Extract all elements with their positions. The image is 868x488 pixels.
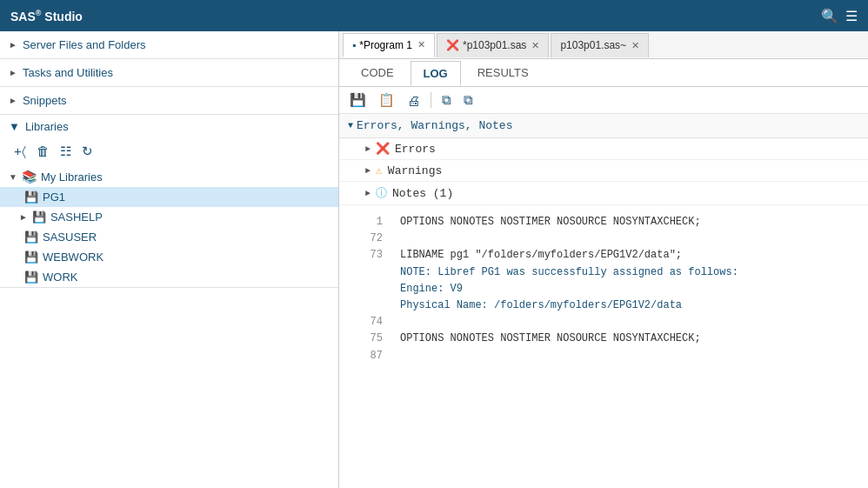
print-icon[interactable]: 🖨 <box>404 91 424 110</box>
title-bar: SAS® Studio 🔍 ☰ <box>0 0 868 31</box>
log-content: ▼ Errors, Warnings, Notes ► ❌ Errors ► ⚠… <box>339 114 868 488</box>
chevron-down-icon: ▼ <box>9 172 17 182</box>
sidebar-item-label: Libraries <box>25 120 69 133</box>
chevron-right-icon: ► <box>9 68 17 77</box>
chevron-right-icon: ► <box>9 96 17 105</box>
tree-node-pg1[interactable]: 💾 PG1 <box>0 187 338 207</box>
tree-node-sasuser[interactable]: 💾 SASUSER <box>0 227 338 247</box>
line-number: 87 <box>357 348 383 364</box>
line-number: 73 <box>357 247 383 264</box>
line-code: LIBNAME pg1 "/folders/myfolders/EPG1V2/d… <box>400 247 682 264</box>
note-engine: Engine: V9 <box>400 281 463 297</box>
tab-program1[interactable]: ▪ *Program 1 ✕ <box>343 33 435 57</box>
new-library-icon[interactable]: +〈 <box>12 142 28 161</box>
tab-label-program1: *Program 1 <box>359 39 412 51</box>
line-number: 74 <box>357 314 383 331</box>
line-number: 1 <box>357 214 383 231</box>
chevron-down-icon: ▼ <box>9 120 20 133</box>
log-tab-label: LOG <box>424 67 448 80</box>
sasuser-label: SASUSER <box>43 231 97 244</box>
content-area: ▪ *Program 1 ✕ ❌ *p103p01.sas ✕ p103p01.… <box>339 31 868 488</box>
line-number <box>357 297 383 314</box>
tab-label-p103p01: *p103p01.sas <box>463 39 526 51</box>
webwork-label: WEBWORK <box>43 251 103 264</box>
tab-bar: ▪ *Program 1 ✕ ❌ *p103p01.sas ✕ p103p01.… <box>339 31 868 59</box>
line-code: OPTIONS NONOTES NOSTIMER NOSOURCE NOSYNT… <box>400 214 701 231</box>
collapsible-notes-item[interactable]: ► ⓘ Notes (1) <box>339 182 868 205</box>
search-icon[interactable]: 🔍 <box>821 8 838 24</box>
properties-icon[interactable]: ☷ <box>58 142 73 161</box>
refresh-icon[interactable]: ↻ <box>80 142 95 161</box>
library-icon-sasuser: 💾 <box>24 231 38 244</box>
log-line-1: 1 OPTIONS NONOTES NOSTIMER NOSOURCE NOSY… <box>357 214 851 231</box>
log-line-note3: Physical Name: /folders/myfolders/EPG1V2… <box>357 297 851 314</box>
collapsible-warnings-item[interactable]: ► ⚠ Warnings <box>339 160 868 182</box>
app-title: SAS® Studio <box>10 9 83 23</box>
chevron-right-icon: ► <box>19 212 28 222</box>
sidebar-item-libraries[interactable]: ▼ Libraries <box>0 115 338 138</box>
log-line-75: 75 OPTIONS NONOTES NOSTIMER NOSOURCE NOS… <box>357 331 851 347</box>
sashelp-label: SASHELP <box>50 211 103 224</box>
sidebar-item-snippets[interactable]: ► Snippets <box>0 87 338 114</box>
sas-file-icon: ▪ <box>352 39 356 51</box>
tab-close-p103p01[interactable]: ✕ <box>531 40 539 51</box>
collapse-label: Errors, Warnings, Notes <box>357 119 512 132</box>
toolbar-separator <box>431 92 431 108</box>
notes-label: Notes (1) <box>392 187 453 200</box>
tree-node-sashelp[interactable]: ► 💾 SASHELP <box>0 207 338 227</box>
sidebar-item-label: Tasks and Utilities <box>23 66 113 79</box>
title-bar-icons: 🔍 ☰ <box>821 8 858 24</box>
menu-icon[interactable]: ☰ <box>845 8 858 24</box>
my-libraries-label: My Libraries <box>41 170 103 184</box>
tree-node-webwork[interactable]: 💾 WEBWORK <box>0 247 338 267</box>
tree-node-work[interactable]: 💾 WORK <box>0 267 338 287</box>
library-icon-pg1: 💾 <box>24 191 38 204</box>
sidebar-item-server-files[interactable]: ► Server Files and Folders <box>0 31 338 58</box>
log-line-72: 72 <box>357 231 851 247</box>
collapsible-errors-item[interactable]: ► ❌ Errors <box>339 138 868 160</box>
sidebar: ► Server Files and Folders ► Tasks and U… <box>0 31 339 488</box>
tab-p103p01[interactable]: ❌ *p103p01.sas ✕ <box>437 33 549 57</box>
chevron-right-icon: ► <box>365 144 371 154</box>
expand-icon[interactable]: ⧉ <box>438 90 455 110</box>
errors-label: Errors <box>395 143 436 156</box>
tab-code[interactable]: CODE <box>348 60 407 85</box>
chevron-right-icon: ► <box>365 166 371 176</box>
tab-close-p103p01b[interactable]: ✕ <box>631 40 639 51</box>
main-layout: ► Server Files and Folders ► Tasks and U… <box>0 31 868 488</box>
warning-icon: ⚠ <box>376 164 383 177</box>
copy-icon[interactable]: 📋 <box>375 90 398 110</box>
library-icon-webwork: 💾 <box>24 251 38 264</box>
tab-log[interactable]: LOG <box>411 61 461 86</box>
line-number: 72 <box>357 231 383 247</box>
line-number: 75 <box>357 331 383 347</box>
my-libraries-icon: 📚 <box>22 170 37 184</box>
sidebar-item-tasks[interactable]: ► Tasks and Utilities <box>0 59 338 86</box>
tab-p103p01b[interactable]: p103p01.sas~ ✕ <box>551 33 649 57</box>
line-number <box>357 281 383 297</box>
collapsible-errors-header[interactable]: ▼ Errors, Warnings, Notes <box>339 114 868 138</box>
code-tab-label: CODE <box>361 66 394 79</box>
info-icon: ⓘ <box>376 185 387 201</box>
line-code: OPTIONS NONOTES NOSTIMER NOSOURCE NOSYNT… <box>400 331 701 347</box>
log-line-74: 74 <box>357 314 851 331</box>
line-number <box>357 264 383 281</box>
tab-results[interactable]: RESULTS <box>464 60 542 85</box>
results-tab-label: RESULTS <box>477 66 529 79</box>
library-icon-sashelp: 💾 <box>32 211 46 224</box>
content-toolbar: 💾 📋 🖨 ⧉ ⧉ <box>339 87 868 114</box>
log-line-73: 73 LIBNAME pg1 "/folders/myfolders/EPG1V… <box>357 247 851 264</box>
fullscreen-icon[interactable]: ⧉ <box>460 90 477 110</box>
pg1-label: PG1 <box>43 191 65 204</box>
log-line-87: 87 <box>357 348 851 364</box>
note-text: NOTE: Libref PG1 was successfully assign… <box>400 264 738 281</box>
sidebar-section-snippets: ► Snippets <box>0 87 338 115</box>
save-log-icon[interactable]: 💾 <box>346 90 370 110</box>
work-label: WORK <box>43 271 77 284</box>
tree-node-my-libraries[interactable]: ▼ 📚 My Libraries <box>0 166 338 187</box>
tab-close-program1[interactable]: ✕ <box>417 39 425 50</box>
chevron-right-icon: ► <box>365 189 371 198</box>
delete-library-icon[interactable]: 🗑 <box>35 142 51 161</box>
log-text-area: 1 OPTIONS NONOTES NOSTIMER NOSOURCE NOSY… <box>339 205 868 373</box>
chevron-down-icon: ▼ <box>348 121 353 130</box>
